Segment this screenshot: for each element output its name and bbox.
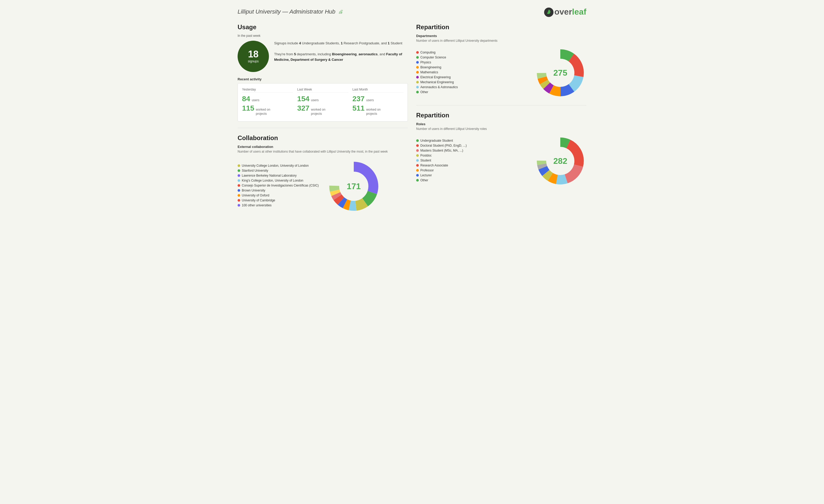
legend-label-1: Stanford University xyxy=(242,169,268,172)
legend-dot-4 xyxy=(237,184,240,187)
legend-label-2: Lawrence Berkeley National Laboratory xyxy=(242,174,297,177)
main-grid: Usage In the past week 18 signups Signup… xyxy=(237,23,587,215)
collab-subsection-title: External collaboration xyxy=(237,145,408,149)
legend-item-2: Lawrence Berkeley National Laboratory xyxy=(237,174,319,177)
role-legend-item-4: Student xyxy=(416,159,467,162)
dept-legend-item-1: Computer Science xyxy=(416,55,458,59)
role-label-8: Other xyxy=(420,178,428,182)
lastweek-projects-stat: 327 worked onprojects xyxy=(297,104,348,116)
dept-dot-2 xyxy=(416,61,419,64)
role-legend-item-3: Postdoc xyxy=(416,154,467,157)
role-dot-1 xyxy=(416,144,419,147)
dept-subsection-title: Departments xyxy=(416,34,587,38)
dept-description: Number of users in different Lilliput Un… xyxy=(416,39,587,42)
lastmonth-projects-label: worked onprojects xyxy=(366,108,381,116)
title-text: Lilliput University — Administrator Hub xyxy=(237,8,335,15)
role-label-7: Lecturer xyxy=(420,173,432,177)
page-header: Lilliput University — Administrator Hub … xyxy=(237,6,587,17)
dept-legend: Computing Computer Science Physics xyxy=(416,50,458,95)
yesterday-projects-stat: 115 worked onprojects xyxy=(242,104,293,116)
role-label-6: Professor xyxy=(420,168,434,172)
period-lastweek: Last Week 154 users 327 worked onproject… xyxy=(297,88,348,117)
dept-legend-item-4: Mathematics xyxy=(416,71,458,74)
dept-label-2: Physics xyxy=(420,60,431,64)
dept-dot-7 xyxy=(416,86,419,89)
legend-item-0: University College London, University of… xyxy=(237,164,319,167)
lastmonth-users-num: 237 xyxy=(352,95,365,103)
period-lastmonth: Last Month 237 users 511 worked onprojec… xyxy=(352,88,403,117)
collab-legend: University College London, University of… xyxy=(237,164,319,209)
repartition-dept-title: Repartition xyxy=(416,23,587,31)
lastweek-projects-label: worked onprojects xyxy=(311,108,325,116)
activity-card: Yesterday 84 users 115 worked onprojects… xyxy=(237,83,408,121)
role-label-5: Research Associate xyxy=(420,163,448,167)
period-label-0: Yesterday xyxy=(242,88,293,93)
dept-legend-item-3: Bioengineering xyxy=(416,66,458,69)
role-dot-3 xyxy=(416,154,419,157)
legend-label-5: Brown University xyxy=(242,188,265,192)
period-yesterday: Yesterday 84 users 115 worked onprojects xyxy=(242,88,293,117)
signups-circle: 18 signups xyxy=(237,41,269,72)
role-label-4: Student xyxy=(420,159,431,162)
role-legend-item-8: Other xyxy=(416,178,467,182)
legend-label-7: University of Cambridge xyxy=(242,199,275,202)
week-label: In the past week xyxy=(237,34,408,37)
dept-legend-item-8: Other xyxy=(416,90,458,94)
right-column: Repartition Departments Number of users … xyxy=(416,23,587,215)
dept-label-1: Computer Science xyxy=(420,55,446,59)
roles-content: Undergraduate Student Doctoral Student (… xyxy=(416,135,587,187)
role-legend-item-5: Research Associate xyxy=(416,163,467,167)
yesterday-users-stat: 84 users xyxy=(242,95,293,103)
dept-content: Computing Computer Science Physics xyxy=(416,47,587,99)
dept-label-3: Bioengineering xyxy=(420,66,441,69)
collab-donut-total: 171 xyxy=(347,181,360,191)
role-label-2: Masters Student (MSc, MA, ...) xyxy=(420,149,463,152)
dept-dot-0 xyxy=(416,51,419,54)
role-label-1: Doctoral Student (PhD, EngD, ...) xyxy=(420,144,467,147)
signups-label: signups xyxy=(248,59,259,63)
page-title: Lilliput University — Administrator Hub … xyxy=(237,8,343,15)
print-icon[interactable]: 🖨 xyxy=(338,9,343,15)
legend-item-5: Brown University xyxy=(237,188,319,192)
legend-item-1: Stanford University xyxy=(237,169,319,172)
roles-description: Number of users in different Lilliput Un… xyxy=(416,127,587,131)
collaboration-section: Collaboration External collaboration Num… xyxy=(237,134,408,215)
usage-description: Signups include 4 Undergraduate Students… xyxy=(274,41,408,62)
role-legend-item-7: Lecturer xyxy=(416,173,467,177)
legend-item-8: 100 other universities xyxy=(237,204,319,207)
role-dot-5 xyxy=(416,164,419,167)
legend-dot-2 xyxy=(237,174,240,177)
collab-description: Number of users at other institutions th… xyxy=(237,150,408,153)
dept-label-4: Mathematics xyxy=(420,71,438,74)
lastmonth-users-label: users xyxy=(366,98,374,103)
roles-donut-total: 282 xyxy=(553,156,567,166)
dept-dot-3 xyxy=(416,66,419,69)
legend-item-6: University of Oxford xyxy=(237,194,319,197)
role-dot-4 xyxy=(416,159,419,162)
roles-legend: Undergraduate Student Doctoral Student (… xyxy=(416,139,467,183)
legend-dot-8 xyxy=(237,204,240,207)
collab-content: University College London, University of… xyxy=(237,157,408,215)
legend-label-3: King's College London, University of Lon… xyxy=(242,179,303,182)
left-column: Usage In the past week 18 signups Signup… xyxy=(237,23,408,215)
period-label-2: Last Month xyxy=(352,88,403,93)
lastweek-users-num: 154 xyxy=(297,95,309,103)
lastmonth-projects-num: 511 xyxy=(352,104,365,112)
dept-legend-item-7: Aeronautics & Astronautics xyxy=(416,85,458,89)
dept-label-0: Computing xyxy=(420,50,435,54)
yesterday-projects-num: 115 xyxy=(242,104,254,112)
usage-top: 18 signups Signups include 4 Undergradua… xyxy=(237,41,408,72)
legend-dot-7 xyxy=(237,199,240,202)
lastweek-users-stat: 154 users xyxy=(297,95,348,103)
dept-label-5: Electrical Engineering xyxy=(420,76,451,79)
dept-dot-5 xyxy=(416,76,419,79)
role-legend-item-2: Masters Student (MSc, MA, ...) xyxy=(416,149,467,152)
yesterday-users-num: 84 xyxy=(242,95,250,103)
role-legend-item-0: Undergraduate Student xyxy=(416,139,467,142)
legend-dot-6 xyxy=(237,194,240,197)
dept-legend-item-6: Mechanical Engineering xyxy=(416,80,458,84)
legend-dot-5 xyxy=(237,189,240,192)
legend-label-6: University of Oxford xyxy=(242,194,269,197)
dept-label-8: Other xyxy=(420,90,428,94)
dept-dot-4 xyxy=(416,71,419,74)
